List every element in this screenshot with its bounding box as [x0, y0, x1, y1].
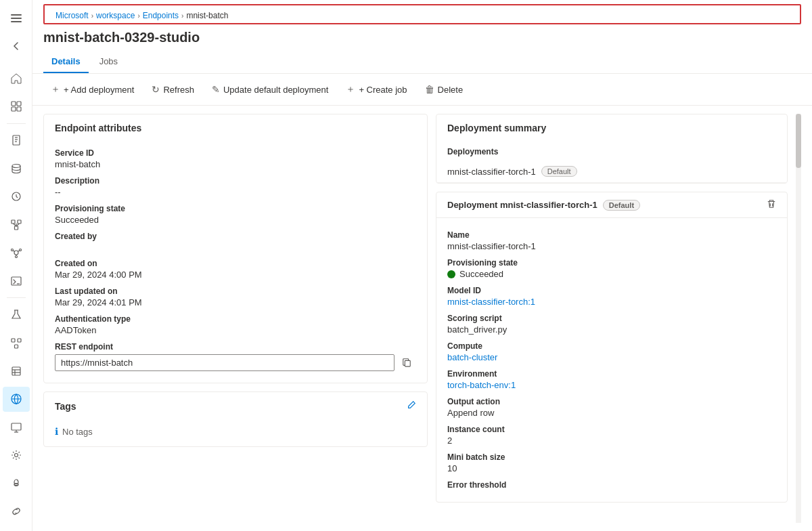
- sidebar-item-datasets[interactable]: [3, 358, 30, 383]
- sidebar-item-data[interactable]: [3, 156, 30, 181]
- detail-scoring-value: batch_driver.py: [447, 324, 776, 335]
- service-id-value: mnist-batch: [55, 159, 416, 169]
- svg-rect-30: [18, 339, 21, 342]
- detail-compute-value[interactable]: batch-cluster: [447, 352, 776, 362]
- sidebar-item-components[interactable]: [3, 212, 30, 237]
- tabs-bar: Details Jobs: [32, 51, 812, 74]
- update-default-button[interactable]: ✎ Update default deployment: [204, 80, 336, 99]
- sidebar-item-experiments[interactable]: [3, 302, 30, 327]
- delete-button[interactable]: 🗑 Delete: [418, 80, 471, 99]
- detail-env-label: Environment: [447, 369, 776, 379]
- breadcrumb-endpoints[interactable]: Endpoints: [143, 11, 179, 20]
- endpoint-attributes-body: Service ID mnist-batch Description -- Pr…: [44, 139, 427, 383]
- svg-rect-6: [17, 107, 21, 111]
- rest-endpoint-input[interactable]: [55, 354, 394, 371]
- edit-tags-button[interactable]: [407, 400, 416, 412]
- sidebar-item-compute[interactable]: [3, 443, 30, 468]
- create-icon: ＋: [346, 83, 355, 95]
- svg-rect-7: [13, 135, 20, 145]
- add-deployment-button[interactable]: ＋ + Add deployment: [43, 79, 141, 100]
- svg-point-22: [15, 256, 17, 258]
- svg-rect-29: [12, 339, 15, 342]
- hamburger-button[interactable]: [3, 5, 30, 30]
- succeeded-dot: [447, 270, 455, 278]
- sidebar-item-settings[interactable]: [3, 471, 30, 496]
- create-job-label: + Create job: [359, 85, 407, 95]
- svg-rect-0: [11, 14, 22, 16]
- detail-output-label: Output action: [447, 397, 776, 406]
- svg-point-39: [14, 454, 18, 457]
- svg-rect-2: [11, 21, 22, 22]
- svg-rect-36: [12, 423, 21, 430]
- tab-jobs[interactable]: Jobs: [91, 51, 126, 73]
- created-by-value: [55, 242, 416, 252]
- sidebar-item-jobs[interactable]: [3, 184, 30, 209]
- delete-deployment-button[interactable]: [767, 199, 776, 211]
- tab-details[interactable]: Details: [43, 51, 89, 73]
- auth-type-label: Authentication type: [55, 314, 416, 324]
- create-job-button[interactable]: ＋ + Create job: [338, 79, 414, 100]
- detail-minibatch-label: Mini batch size: [447, 452, 776, 462]
- sidebar-item-links[interactable]: [3, 499, 30, 524]
- deployment-summary-header: Deployment summary: [436, 114, 787, 139]
- deployment-summary-card: Deployment summary Deployments mnist-cla…: [436, 114, 788, 184]
- detail-instance-label: Instance count: [447, 425, 776, 434]
- copy-endpoint-button[interactable]: [397, 353, 416, 372]
- deployment-detail-card: Deployment mnist-classifier-torch-1 Defa…: [436, 192, 788, 503]
- breadcrumb-workspace[interactable]: workspace: [96, 11, 135, 20]
- detail-scoring-label: Scoring script: [447, 314, 776, 323]
- deployment-list-item[interactable]: mnist-classifier-torch-1 Default: [436, 161, 787, 183]
- breadcrumb-microsoft[interactable]: Microsoft: [55, 11, 89, 20]
- auth-type-value: AADToken: [55, 325, 416, 335]
- deployment-detail-body: Name mnist-classifier-torch-1 Provisioni…: [436, 218, 787, 502]
- refresh-button[interactable]: ↻ Refresh: [144, 80, 202, 99]
- deployment-header-label: Deployment mnist-classifier-torch-1: [447, 200, 597, 210]
- detail-output-value: Append row: [447, 408, 776, 418]
- page-header: mnist-batch-0329-studio: [32, 24, 812, 48]
- scroll-thumb: [796, 114, 801, 168]
- description-label: Description: [55, 176, 416, 186]
- tags-header-label: Tags: [55, 401, 76, 412]
- detail-model-id-value[interactable]: mnist-classifier-torch:1: [447, 297, 776, 307]
- sidebar-item-notebook[interactable]: [3, 128, 30, 153]
- last-updated-value: Mar 29, 2024 4:01 PM: [55, 297, 416, 307]
- svg-rect-13: [12, 220, 15, 224]
- toolbar: ＋ + Add deployment ↻ Refresh ✎ Update de…: [32, 74, 812, 106]
- sidebar: [0, 0, 32, 531]
- detail-env-value[interactable]: torch-batch-env:1: [447, 380, 776, 390]
- sidebar-divider: [7, 123, 26, 124]
- created-on-label: Created on: [55, 259, 416, 268]
- detail-name-value: mnist-classifier-torch-1: [447, 241, 776, 251]
- breadcrumb-sep1: ›: [91, 12, 93, 20]
- svg-rect-4: [17, 102, 21, 106]
- created-by-label: Created by: [55, 232, 416, 241]
- sidebar-item-monitor[interactable]: [3, 415, 30, 440]
- svg-rect-41: [405, 360, 410, 366]
- sidebar-item-home[interactable]: [3, 66, 30, 91]
- sidebar-item-dashboard[interactable]: [3, 93, 30, 119]
- provisioning-state-label: Provisioning state: [55, 204, 416, 213]
- last-updated-label: Last updated on: [55, 286, 416, 296]
- scroll-track: [796, 114, 801, 523]
- sidebar-item-endpoints[interactable]: [3, 387, 30, 412]
- default-badge: Default: [541, 166, 577, 177]
- detail-instance-value: 2: [447, 436, 776, 446]
- breadcrumb: Microsoft › workspace › Endpoints › mnis…: [43, 4, 801, 24]
- add-deployment-label: + Add deployment: [64, 85, 134, 95]
- info-icon: ℹ: [55, 426, 58, 437]
- detail-model-id-label: Model ID: [447, 286, 776, 295]
- created-on-value: Mar 29, 2024 4:00 PM: [55, 270, 416, 280]
- sidebar-item-pipelines[interactable]: [3, 331, 30, 356]
- back-button[interactable]: [3, 33, 30, 58]
- svg-point-11: [12, 164, 20, 167]
- deployment-header-badge: Default: [603, 200, 640, 211]
- breadcrumb-sep3: ›: [181, 12, 183, 20]
- right-panel: Deployment summary Deployments mnist-cla…: [436, 114, 788, 523]
- svg-line-18: [16, 224, 20, 226]
- service-id-label: Service ID: [55, 148, 416, 158]
- svg-rect-15: [14, 226, 18, 230]
- sidebar-item-models[interactable]: [3, 240, 30, 266]
- sidebar-item-terminal[interactable]: [3, 268, 30, 293]
- deployments-label: Deployments: [447, 147, 776, 156]
- svg-rect-3: [12, 102, 16, 106]
